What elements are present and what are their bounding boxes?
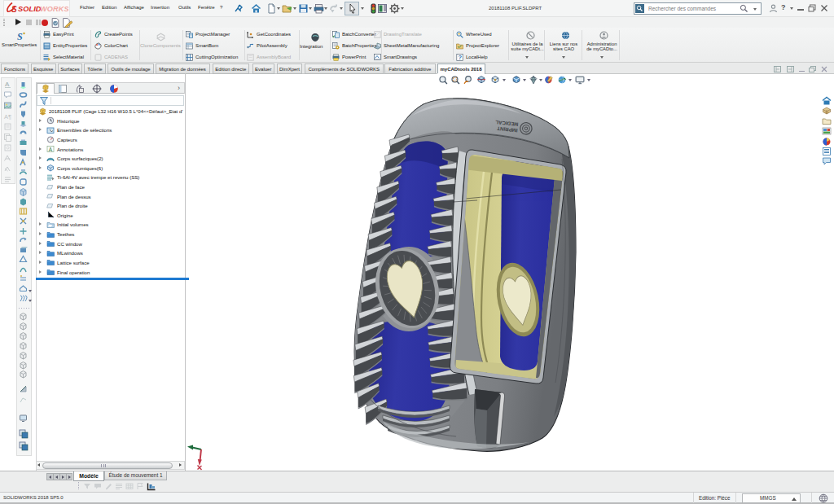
svg-text:A¶: A¶ bbox=[4, 113, 11, 121]
svg-text:S: S bbox=[17, 31, 23, 42]
svg-text:WORKS: WORKS bbox=[40, 5, 68, 13]
svg-text:?: ? bbox=[459, 54, 463, 61]
svg-text:A: A bbox=[5, 81, 10, 88]
svg-text:A: A bbox=[49, 147, 53, 152]
svg-text:S: S bbox=[11, 5, 17, 14]
svg-text:SOLID: SOLID bbox=[18, 5, 42, 13]
